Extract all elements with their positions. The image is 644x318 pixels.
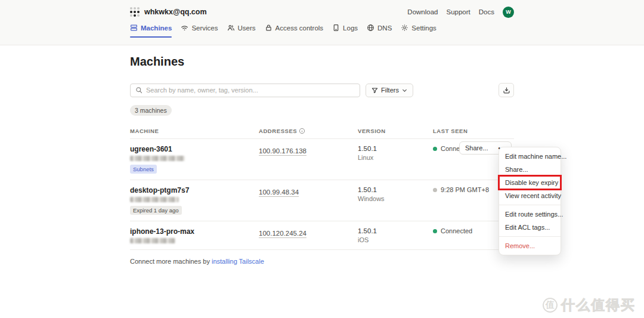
machine-version: 1.50.1 xyxy=(358,186,433,193)
machine-name[interactable]: desktop-ptgm7s7 xyxy=(130,186,259,194)
download-link[interactable]: Download xyxy=(407,8,438,16)
redacted-owner xyxy=(130,197,179,202)
connect-more-note: Connect more machines by installing Tail… xyxy=(130,258,514,265)
menu-item-share[interactable]: Share... xyxy=(499,163,561,176)
funnel-icon xyxy=(371,87,378,94)
tab-access-controls[interactable]: Access controls xyxy=(265,24,324,37)
account-email[interactable]: whkwkx@qq.com xyxy=(144,8,207,16)
download-icon xyxy=(503,87,510,94)
machines-icon xyxy=(130,24,138,32)
lock-icon xyxy=(265,24,273,32)
watermark-text: 什么值得买 xyxy=(561,296,636,314)
globe-icon xyxy=(367,24,374,32)
tab-logs[interactable]: Logs xyxy=(332,24,358,37)
redacted-owner xyxy=(130,156,185,161)
machine-address[interactable]: 100.120.245.24 xyxy=(259,230,306,237)
tailscale-logo-icon xyxy=(130,7,140,17)
machine-version: 1.50.1 xyxy=(358,145,433,152)
machine-os: Linux xyxy=(358,154,433,161)
nav-tabs: Machines Services Users Access controls … xyxy=(130,24,514,37)
col-machine: MACHINE xyxy=(130,128,259,134)
status-dot-connected xyxy=(433,147,437,151)
menu-item-edit-machine-name[interactable]: Edit machine name... xyxy=(499,150,561,163)
search-input[interactable] xyxy=(146,87,355,94)
machine-address[interactable]: 100.99.48.34 xyxy=(259,189,299,196)
status-dot-offline xyxy=(433,188,437,192)
machine-row-iphone-13-pro-max[interactable]: iphone-13-pro-max 100.120.245.24 1.50.1 … xyxy=(130,221,514,250)
menu-item-disable-key-expiry[interactable]: Disable key expiry xyxy=(499,176,561,189)
machine-row-desktop-ptgm7s7[interactable]: desktop-ptgm7s7 Expired 1 day ago 100.99… xyxy=(130,180,514,221)
redacted-owner xyxy=(130,238,175,243)
share-button[interactable]: Share... xyxy=(460,142,494,154)
col-version: VERSION xyxy=(358,128,433,134)
last-seen-label: 9:28 PM GMT+8 xyxy=(441,186,489,193)
support-link[interactable]: Support xyxy=(447,8,470,16)
watermark-circle-glyph: 值 xyxy=(543,298,558,313)
status-dot-connected xyxy=(433,229,437,233)
users-icon xyxy=(227,24,235,32)
machine-context-menu: Edit machine name... Share... Disable ke… xyxy=(499,147,561,255)
menu-item-view-recent-activity[interactable]: View recent activity xyxy=(499,189,561,202)
page-title: Machines xyxy=(130,55,514,69)
tab-dns[interactable]: DNS xyxy=(367,24,392,37)
toolbar: Filters xyxy=(130,83,514,97)
export-download-button[interactable] xyxy=(499,83,514,97)
search-icon xyxy=(135,87,143,94)
menu-divider xyxy=(499,236,561,237)
expired-badge: Expired 1 day ago xyxy=(130,206,182,215)
table-header: MACHINE ADDRESSES VERSION LAST SEEN xyxy=(130,128,514,139)
machine-name[interactable]: iphone-13-pro-max xyxy=(130,227,259,236)
tab-settings[interactable]: Settings xyxy=(401,24,436,37)
chevron-down-icon xyxy=(402,88,407,93)
info-icon[interactable] xyxy=(299,128,305,134)
tailscale-admin-console: whkwkx@qq.com Download Support Docs W Ma… xyxy=(0,0,644,318)
machine-os: iOS xyxy=(358,236,433,243)
machine-name[interactable]: ugreen-3601 xyxy=(130,145,259,153)
subnets-badge: Subnets xyxy=(130,165,157,174)
menu-item-edit-acl-tags[interactable]: Edit ACL tags... xyxy=(499,221,561,234)
topbar: whkwkx@qq.com Download Support Docs W xyxy=(130,0,514,18)
last-seen-label: Connected xyxy=(441,227,472,234)
tab-services[interactable]: Services xyxy=(181,24,218,37)
filters-button[interactable]: Filters xyxy=(366,84,413,97)
menu-divider xyxy=(499,205,561,205)
header-band: whkwkx@qq.com Download Support Docs W Ma… xyxy=(0,0,644,45)
col-last-seen: LAST SEEN xyxy=(433,128,514,134)
gear-icon xyxy=(401,24,408,32)
search-box[interactable] xyxy=(130,84,360,97)
machine-count-badge: 3 machines xyxy=(130,105,172,116)
avatar[interactable]: W xyxy=(503,7,514,18)
col-addresses: ADDRESSES xyxy=(259,128,358,134)
machine-address[interactable]: 100.90.176.138 xyxy=(259,147,306,155)
menu-item-edit-route-settings[interactable]: Edit route settings... xyxy=(499,208,561,221)
wifi-icon xyxy=(181,24,188,32)
tab-users[interactable]: Users xyxy=(227,24,256,37)
machine-version: 1.50.1 xyxy=(358,227,433,234)
smzdm-watermark: 值 什么值得买 xyxy=(543,296,636,314)
menu-item-remove[interactable]: Remove... xyxy=(499,239,561,252)
machine-os: Windows xyxy=(358,195,433,202)
docs-link[interactable]: Docs xyxy=(479,8,494,16)
installing-tailscale-link[interactable]: installing Tailscale xyxy=(212,258,264,265)
tab-machines[interactable]: Machines xyxy=(130,24,172,37)
machine-row-ugreen-3601[interactable]: ugreen-3601 Subnets 100.90.176.138 1.50.… xyxy=(130,139,514,180)
logs-icon xyxy=(332,24,340,32)
